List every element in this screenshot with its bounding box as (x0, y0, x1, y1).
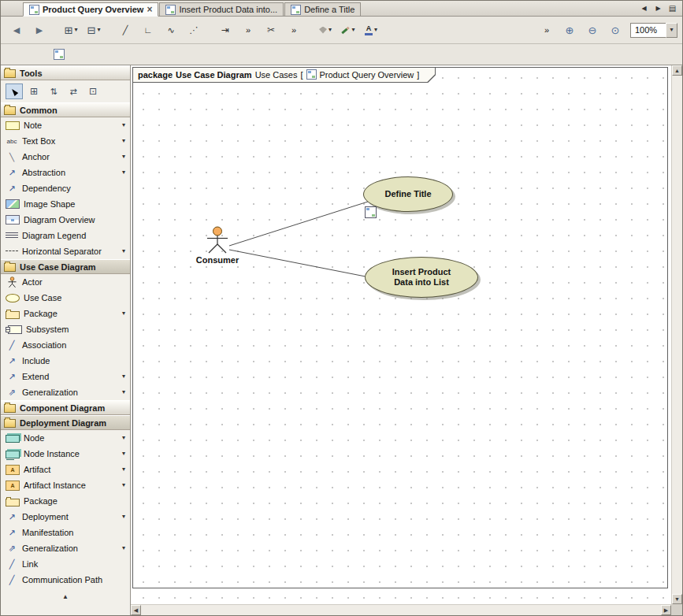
caret-down-icon[interactable] (122, 514, 125, 520)
palette-item-manifestation[interactable]: Manifestation (1, 525, 130, 540)
palette-item-package[interactable]: Package (1, 493, 130, 509)
font-color-button[interactable] (360, 20, 382, 39)
palette-item-label: Image Shape (24, 199, 75, 209)
palette-item-generalization[interactable]: Generalization (1, 540, 130, 556)
palette-item-generalization[interactable]: Generalization (1, 384, 130, 400)
palette-item-diagram-legend[interactable]: Diagram Legend (1, 228, 130, 243)
section-header-common[interactable]: Common (1, 102, 130, 117)
oblique-path-button[interactable] (114, 20, 136, 39)
flow-tool-button[interactable] (214, 20, 236, 39)
usecase-define-title[interactable]: Define Title (363, 176, 453, 212)
caret-down-icon[interactable] (122, 154, 125, 160)
caret-down-icon[interactable] (122, 389, 125, 395)
zoom-out-button[interactable] (581, 20, 603, 39)
vertical-scroll-track[interactable] (672, 76, 682, 594)
palette-item-dependency[interactable]: Dependency (1, 180, 130, 196)
diagram-canvas[interactable]: package Use Case Diagram Use Cases [ Pro… (131, 65, 671, 604)
zoom-dropdown-button[interactable] (666, 23, 677, 38)
caret-down-icon[interactable] (122, 451, 125, 457)
fill-color-button[interactable] (314, 20, 336, 39)
layout-button[interactable] (60, 20, 82, 39)
tab-scroll-left-button[interactable] (638, 3, 650, 13)
close-tab-button[interactable] (147, 5, 152, 14)
scroll-right-button[interactable] (661, 605, 671, 615)
section-header-tools[interactable]: Tools (1, 65, 130, 80)
scroll-up-button[interactable] (672, 65, 682, 76)
palette-item-image-shape[interactable]: Image Shape (1, 196, 130, 212)
caret-down-icon[interactable] (122, 169, 125, 176)
palette-item-horizontal-separator[interactable]: Horizontal Separator (1, 243, 130, 259)
group-select-tool-button[interactable] (25, 83, 43, 99)
vertical-scrollbar[interactable] (671, 65, 682, 604)
tab-product-query-overview[interactable]: Product Query Overview (23, 2, 158, 17)
zoom-in-button[interactable] (559, 20, 581, 39)
tab-insert-product-data-into[interactable]: Insert Product Data into... (159, 2, 284, 17)
diagram-frame[interactable]: package Use Case Diagram Use Cases [ Pro… (132, 67, 668, 588)
scroll-down-button[interactable] (672, 594, 682, 604)
caret-down-icon[interactable] (122, 435, 125, 441)
tab-list-button[interactable] (666, 3, 678, 13)
tab-define-a-title[interactable]: Define a Title (284, 2, 361, 17)
palette-item-extend[interactable]: Extend (1, 369, 130, 384)
bezier-path-button[interactable] (160, 20, 182, 39)
palette-item-node-instance[interactable]: Node Instance (1, 446, 130, 462)
align-vertical-tool-button[interactable] (45, 83, 62, 99)
palette-item-diagram-overview[interactable]: Diagram Overview (1, 212, 130, 228)
usecase-insert-product-data[interactable]: Insert Product Data into List (365, 257, 478, 298)
forward-button[interactable] (28, 20, 50, 39)
palette-item-include[interactable]: Include (1, 353, 130, 369)
caret-down-icon[interactable] (122, 248, 125, 254)
back-button[interactable] (6, 20, 28, 39)
palette-item-deployment[interactable]: Deployment (1, 509, 130, 525)
swimlanes-button[interactable] (83, 20, 105, 39)
palette-item-artifact[interactable]: Artifact (1, 462, 130, 477)
rectilinear-path-button[interactable] (137, 20, 159, 39)
palette-item-package[interactable]: Package (1, 306, 130, 321)
section-header-deployment-diagram[interactable]: Deployment Diagram (1, 415, 130, 430)
palette-item-note[interactable]: Note (1, 117, 130, 133)
palette-item-artifact-instance[interactable]: Artifact Instance (1, 477, 130, 493)
palette-item-link[interactable]: Link (1, 556, 130, 572)
diagram-overview-icon[interactable] (365, 206, 377, 218)
line-color-button[interactable] (337, 20, 359, 39)
zoom-fit-button[interactable] (604, 20, 626, 39)
tab-scroll-right-button[interactable] (652, 3, 664, 13)
scroll-left-button[interactable] (131, 605, 141, 615)
horizontal-scrollbar[interactable] (131, 604, 671, 615)
association-insert-product[interactable] (229, 250, 369, 277)
section-header-component-diagram[interactable]: Component Diagram (1, 400, 130, 415)
diagram-frame-header[interactable]: package Use Case Diagram Use Cases [ Pro… (133, 68, 436, 83)
fit-tool-button[interactable] (84, 83, 102, 99)
palette-item-node[interactable]: Node (1, 430, 130, 446)
more-edit-button[interactable] (283, 20, 305, 39)
collapse-up-icon (62, 594, 69, 600)
palette-collapse-button[interactable] (1, 591, 130, 603)
actor-consumer[interactable]: Consumer (195, 226, 240, 265)
palette-item-communication-path[interactable]: Communication Path (1, 572, 130, 588)
palette-item-abstraction[interactable]: Abstraction (1, 165, 130, 180)
zoom-level-combobox[interactable]: 100% (630, 23, 677, 38)
caret-down-icon[interactable] (122, 138, 125, 144)
selection-tool-button[interactable] (6, 83, 23, 99)
palette-item-association[interactable]: Association (1, 337, 130, 353)
split-tool-button[interactable] (260, 20, 282, 39)
palette-item-use-case[interactable]: Use Case (1, 290, 130, 306)
palette-item-actor[interactable]: Actor (1, 274, 130, 290)
toolbar-overflow-button[interactable] (536, 20, 558, 39)
palette-item-subsystem[interactable]: Subsystem (1, 321, 130, 337)
caret-down-icon[interactable] (122, 482, 125, 488)
caret-down-icon[interactable] (122, 545, 125, 551)
caret-down-icon[interactable] (122, 310, 125, 317)
more-tools-button[interactable] (237, 20, 259, 39)
caret-down-icon[interactable] (122, 122, 125, 128)
spline-path-button[interactable] (183, 20, 205, 39)
association-define-title[interactable] (229, 202, 368, 246)
related-diagram-button[interactable] (48, 45, 70, 64)
align-horizontal-tool-button[interactable] (65, 83, 82, 99)
caret-down-icon[interactable] (122, 373, 125, 380)
caret-down-icon[interactable] (122, 466, 125, 473)
palette-item-text-box[interactable]: Text Box (1, 133, 130, 149)
section-header-use-case-diagram[interactable]: Use Case Diagram (1, 259, 130, 274)
horizontal-scroll-track[interactable] (141, 605, 661, 615)
palette-item-anchor[interactable]: Anchor (1, 149, 130, 165)
